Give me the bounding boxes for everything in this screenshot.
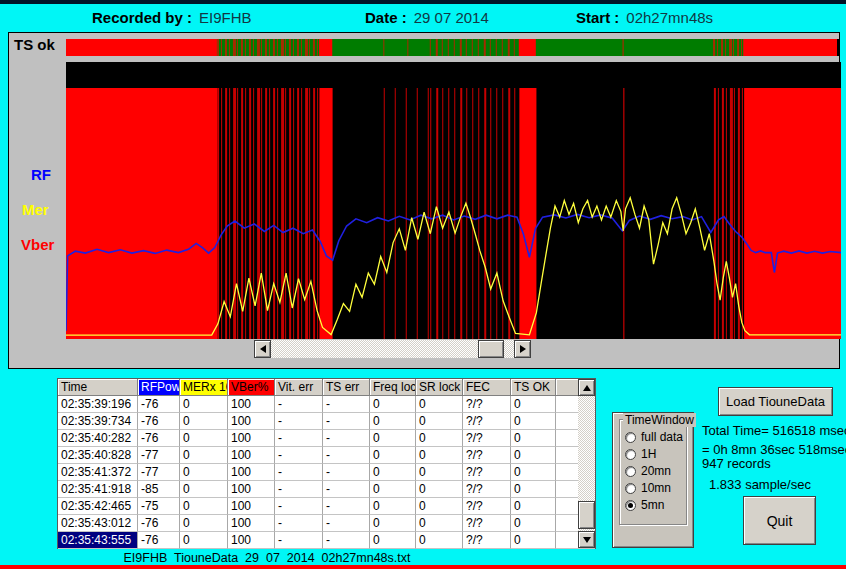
radio-icon[interactable]	[625, 449, 636, 460]
time-window-option-full-data[interactable]: full data	[625, 430, 683, 444]
cell-ts-ok[interactable]: 0	[511, 396, 556, 413]
time-window-option-1H[interactable]: 1H	[625, 447, 656, 461]
cell-sr-lock[interactable]: 0	[416, 447, 463, 464]
cell-sr-lock[interactable]: 0	[416, 413, 463, 430]
cell-ts-err[interactable]: -	[323, 396, 370, 413]
cell-vber-[interactable]: 100	[228, 532, 275, 549]
load-tiounedata-button[interactable]: Load TiouneData	[718, 387, 833, 416]
column-header-sr-lock[interactable]: SR lock	[416, 379, 463, 396]
cell-vit-err[interactable]: -	[275, 481, 323, 498]
cell-vit-err[interactable]: -	[275, 447, 323, 464]
column-header-ts-err[interactable]: TS err	[323, 379, 370, 396]
cell-vit-err[interactable]: -	[275, 532, 323, 549]
cell-rfpower[interactable]: -75	[138, 498, 180, 515]
cell-fec[interactable]: ?/?	[463, 498, 511, 515]
cell-vit-err[interactable]: -	[275, 413, 323, 430]
cell-vber-[interactable]: 100	[228, 515, 275, 532]
cell-freq-lock[interactable]: 0	[370, 430, 416, 447]
cell-fec[interactable]: ?/?	[463, 464, 511, 481]
cell-time[interactable]: 02:35:43:555	[58, 532, 138, 549]
cell-ts-ok[interactable]: 0	[511, 532, 556, 549]
cell-freq-lock[interactable]: 0	[370, 515, 416, 532]
table-row[interactable]: 02:35:43:012-760100--00?/?0	[58, 515, 595, 532]
cell-ts-err[interactable]: -	[323, 447, 370, 464]
cell-fec[interactable]: ?/?	[463, 481, 511, 498]
cell-merx-10[interactable]: 0	[180, 430, 228, 447]
cell-merx-10[interactable]: 0	[180, 515, 228, 532]
cell-freq-lock[interactable]: 0	[370, 396, 416, 413]
cell-ts-err[interactable]: -	[323, 515, 370, 532]
cell-rfpower[interactable]: -76	[138, 413, 180, 430]
table-row[interactable]: 02:35:39:734-760100--00?/?0	[58, 413, 595, 430]
cell-vber-[interactable]: 100	[228, 396, 275, 413]
scroll-right-button[interactable]	[514, 340, 531, 358]
column-header-fec[interactable]: FEC	[463, 379, 511, 396]
scroll-left-button[interactable]	[254, 340, 271, 358]
cell-time[interactable]: 02:35:42:465	[58, 498, 138, 515]
scroll-down-button[interactable]	[578, 531, 595, 548]
cell-sr-lock[interactable]: 0	[416, 430, 463, 447]
radio-icon[interactable]	[625, 466, 636, 477]
cell-vit-err[interactable]: -	[275, 498, 323, 515]
cell-time[interactable]: 02:35:41:372	[58, 464, 138, 481]
records-table[interactable]: TimeRFPowerMERx 10VBer%Vit. errTS errFre…	[57, 378, 596, 549]
cell-sr-lock[interactable]: 0	[416, 532, 463, 549]
cell-freq-lock[interactable]: 0	[370, 413, 416, 430]
cell-fec[interactable]: ?/?	[463, 413, 511, 430]
cell-vber-[interactable]: 100	[228, 498, 275, 515]
cell-ts-err[interactable]: -	[323, 498, 370, 515]
cell-ts-err[interactable]: -	[323, 532, 370, 549]
cell-ts-err[interactable]: -	[323, 481, 370, 498]
cell-freq-lock[interactable]: 0	[370, 447, 416, 464]
time-window-option-5mn[interactable]: 5mn	[625, 498, 664, 512]
cell-ts-ok[interactable]: 0	[511, 481, 556, 498]
column-header-vit-err[interactable]: Vit. err	[275, 379, 323, 396]
column-header-freq-lock[interactable]: Freq lock	[370, 379, 416, 396]
cell-sr-lock[interactable]: 0	[416, 464, 463, 481]
cell-merx-10[interactable]: 0	[180, 464, 228, 481]
cell-ts-err[interactable]: -	[323, 430, 370, 447]
cell-vber-[interactable]: 100	[228, 413, 275, 430]
table-row[interactable]: 02:35:40:282-760100--00?/?0	[58, 430, 595, 447]
cell-freq-lock[interactable]: 0	[370, 481, 416, 498]
cell-fec[interactable]: ?/?	[463, 430, 511, 447]
cell-rfpower[interactable]: -76	[138, 532, 180, 549]
cell-sr-lock[interactable]: 0	[416, 481, 463, 498]
table-row[interactable]: 02:35:41:918-850100--00?/?0	[58, 481, 595, 498]
column-header-time[interactable]: Time	[58, 379, 138, 396]
cell-merx-10[interactable]: 0	[180, 498, 228, 515]
table-row[interactable]: 02:35:42:465-750100--00?/?0	[58, 498, 595, 515]
table-row[interactable]: 02:35:39:196-760100--00?/?0	[58, 396, 595, 413]
cell-vber-[interactable]: 100	[228, 447, 275, 464]
cell-rfpower[interactable]: -77	[138, 447, 180, 464]
cell-ts-ok[interactable]: 0	[511, 430, 556, 447]
table-row[interactable]: 02:35:40:828-770100--00?/?0	[58, 447, 595, 464]
scroll-up-button[interactable]	[578, 379, 595, 396]
cell-ts-ok[interactable]: 0	[511, 498, 556, 515]
cell-merx-10[interactable]: 0	[180, 532, 228, 549]
cell-vber-[interactable]: 100	[228, 430, 275, 447]
cell-fec[interactable]: ?/?	[463, 532, 511, 549]
cell-freq-lock[interactable]: 0	[370, 532, 416, 549]
cell-fec[interactable]: ?/?	[463, 515, 511, 532]
cell-vit-err[interactable]: -	[275, 396, 323, 413]
cell-ts-ok[interactable]: 0	[511, 413, 556, 430]
table-scrollbar-thumb[interactable]	[578, 501, 595, 529]
cell-vit-err[interactable]: -	[275, 515, 323, 532]
chart-horizontal-scrollbar[interactable]	[254, 340, 531, 358]
cell-merx-10[interactable]: 0	[180, 481, 228, 498]
table-vertical-scrollbar[interactable]	[578, 379, 595, 548]
cell-sr-lock[interactable]: 0	[416, 498, 463, 515]
column-header-vber-[interactable]: VBer%	[228, 379, 275, 396]
cell-freq-lock[interactable]: 0	[370, 464, 416, 481]
cell-ts-ok[interactable]: 0	[511, 515, 556, 532]
quit-button[interactable]: Quit	[743, 496, 816, 545]
cell-rfpower[interactable]: -85	[138, 481, 180, 498]
column-header-merx-10[interactable]: MERx 10	[180, 379, 228, 396]
cell-vber-[interactable]: 100	[228, 464, 275, 481]
table-row[interactable]: 02:35:41:372-770100--00?/?0	[58, 464, 595, 481]
radio-selected-icon[interactable]	[625, 500, 636, 511]
cell-freq-lock[interactable]: 0	[370, 498, 416, 515]
cell-fec[interactable]: ?/?	[463, 396, 511, 413]
time-window-option-10mn[interactable]: 10mn	[625, 481, 671, 495]
